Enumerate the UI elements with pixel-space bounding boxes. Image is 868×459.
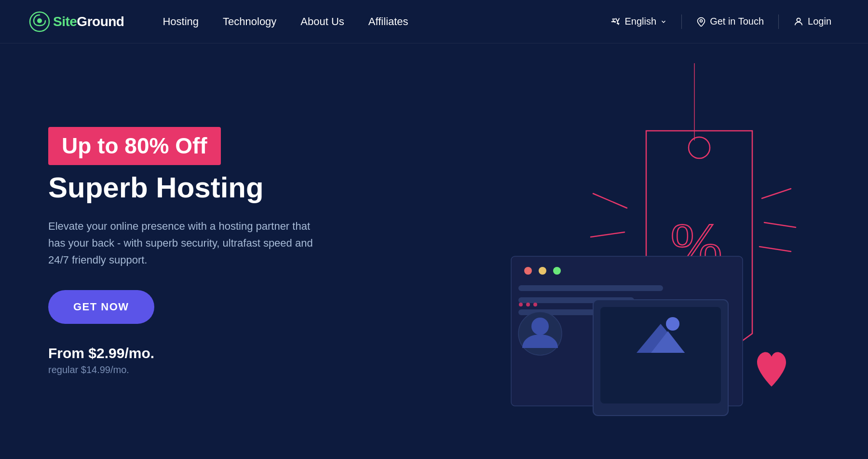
hero-content: Up to 80% Off Superb Hosting Elevate you… [48, 127, 328, 375]
hero-price-main: From $2.99/mo. [48, 345, 328, 362]
svg-point-5 [689, 137, 710, 158]
svg-point-26 [519, 303, 523, 306]
login-link[interactable]: Login [786, 12, 839, 31]
contact-label: Get in Touch [710, 16, 764, 27]
hero-badge: Up to 80% Off [48, 127, 221, 165]
svg-point-1 [37, 18, 42, 23]
svg-line-7 [762, 189, 791, 198]
nav-link-affiliates[interactable]: Affiliates [359, 12, 418, 32]
nav-divider-1 [681, 14, 682, 29]
illustration-svg: % [444, 63, 858, 440]
hero-section: Up to 80% Off Superb Hosting Elevate you… [0, 43, 868, 459]
svg-line-9 [760, 247, 791, 251]
chevron-down-icon [660, 18, 667, 25]
contact-link[interactable]: Get in Touch [689, 12, 772, 31]
svg-point-14 [539, 267, 546, 275]
navbar: SiteGround Hosting Technology About Us A… [0, 0, 868, 43]
svg-point-15 [553, 267, 561, 275]
nav-right: English Get in Touch Login [603, 12, 839, 31]
hero-pricing: From $2.99/mo. regular $14.99/mo. [48, 345, 328, 376]
logo-text: SiteGround [53, 14, 124, 29]
svg-rect-16 [518, 285, 663, 291]
svg-point-25 [666, 317, 679, 331]
language-selector[interactable]: English [603, 12, 675, 31]
nav-divider-2 [778, 14, 779, 29]
svg-point-3 [797, 18, 800, 21]
svg-point-28 [533, 303, 537, 306]
translate-icon [610, 16, 621, 27]
svg-rect-22 [600, 307, 721, 403]
svg-point-27 [526, 303, 530, 306]
nav-link-about-us[interactable]: About Us [291, 12, 354, 32]
get-now-button[interactable]: GET NOW [48, 290, 154, 324]
hero-price-regular: regular $14.99/mo. [48, 364, 328, 376]
user-icon [793, 16, 804, 27]
logo[interactable]: SiteGround [29, 11, 124, 32]
logo-icon [29, 11, 50, 32]
nav-link-hosting[interactable]: Hosting [153, 12, 208, 32]
hero-title: Superb Hosting [48, 171, 328, 204]
location-icon [696, 17, 706, 27]
svg-point-2 [700, 19, 703, 22]
svg-line-10 [593, 194, 627, 208]
svg-line-8 [764, 223, 796, 227]
language-label: English [625, 16, 657, 27]
hero-description: Elevate your online presence with a host… [48, 218, 328, 269]
svg-point-20 [531, 318, 549, 335]
hero-illustration: % [434, 43, 868, 459]
svg-line-11 [591, 232, 624, 237]
nav-link-technology[interactable]: Technology [213, 12, 286, 32]
login-label: Login [808, 16, 831, 27]
nav-links: Hosting Technology About Us Affiliates [153, 12, 602, 32]
svg-point-13 [524, 267, 532, 275]
